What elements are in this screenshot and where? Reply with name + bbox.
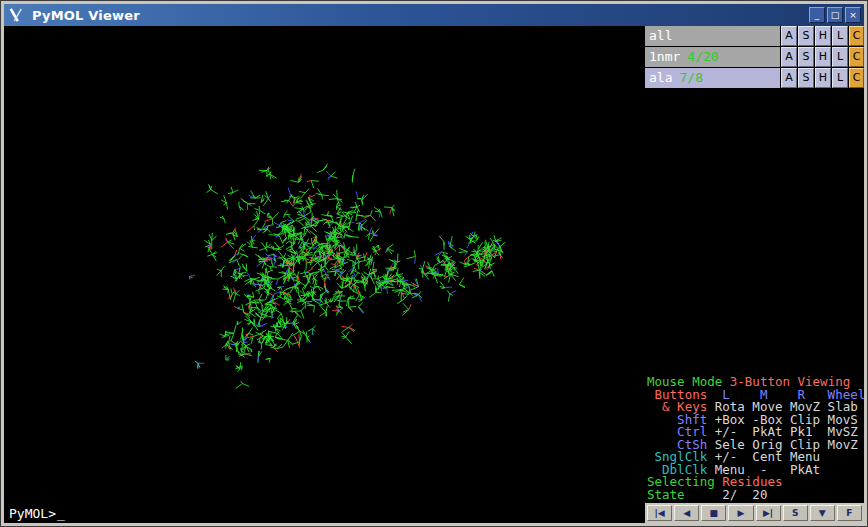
x11-logo-icon[interactable] [7, 7, 25, 23]
bottom-bar: PyMOL>_ |◀ ◀ ■ ▶ ▶| S ▼ F [4, 503, 864, 523]
minimize-button[interactable]: _ [809, 7, 825, 23]
object-row-1nmr: 1nmr 4/20 A S H L C [645, 47, 864, 67]
mouse-panel-text: State [647, 487, 692, 502]
window-controls: _ □ × [809, 7, 861, 23]
object-count: 4/20 [687, 49, 718, 67]
mouse-panel-line[interactable]: State 2/ 20 [647, 489, 864, 502]
pymol-window: PyMOL Viewer _ □ × all A S H L C [0, 0, 868, 527]
maximize-button[interactable]: □ [827, 7, 843, 23]
label-button[interactable]: L [832, 26, 848, 46]
x11-logo-glyph [9, 8, 23, 22]
play-button[interactable]: ▶ [728, 505, 753, 521]
forward-button[interactable]: ▶| [756, 505, 781, 521]
mouse-mode-panel: Mouse Mode 3-Button Viewing Buttons L M … [645, 374, 864, 503]
hide-button[interactable]: H [815, 47, 831, 67]
object-count: 7/8 [679, 70, 702, 88]
command-prompt: PyMOL> [9, 506, 56, 521]
scene-button[interactable]: S [783, 505, 808, 521]
stop-button[interactable]: ■ [701, 505, 726, 521]
action-button[interactable]: A [781, 26, 797, 46]
object-name-cell[interactable]: all [645, 26, 780, 46]
step-back-button[interactable]: ◀ [674, 505, 699, 521]
action-button[interactable]: A [781, 68, 797, 88]
molecule-render[interactable] [4, 26, 645, 503]
object-row-ala: ala 7/8 A S H L C [645, 68, 864, 88]
fullscreen-button[interactable]: F [837, 505, 862, 521]
show-button[interactable]: S [798, 68, 814, 88]
label-button[interactable]: L [832, 68, 848, 88]
show-button[interactable]: S [798, 47, 814, 67]
action-button[interactable]: A [781, 47, 797, 67]
titlebar[interactable]: PyMOL Viewer _ □ × [4, 4, 864, 26]
rewind-button[interactable]: |◀ [647, 505, 672, 521]
main-content: all A S H L C 1nmr 4/20 A S H L C [4, 26, 864, 503]
object-label: 1nmr [649, 49, 680, 67]
menu-arrow-button[interactable]: ▼ [810, 505, 835, 521]
text-cursor: _ [57, 506, 65, 521]
hide-button[interactable]: H [815, 26, 831, 46]
movie-controls: |◀ ◀ ■ ▶ ▶| S ▼ F [645, 503, 864, 523]
close-button[interactable]: × [845, 7, 861, 23]
hide-button[interactable]: H [815, 68, 831, 88]
color-button[interactable]: C [849, 68, 864, 88]
show-button[interactable]: S [798, 26, 814, 46]
object-label: ala [649, 70, 672, 88]
color-button[interactable]: C [849, 47, 864, 67]
object-name-cell[interactable]: 1nmr 4/20 [645, 47, 780, 67]
object-name-cell[interactable]: ala 7/8 [645, 68, 780, 88]
color-button[interactable]: C [849, 26, 864, 46]
command-line[interactable]: PyMOL>_ [4, 503, 645, 523]
object-row-all: all A S H L C [645, 26, 864, 46]
mouse-panel-text: 2/ 20 [692, 487, 767, 502]
window-title: PyMOL Viewer [32, 8, 140, 23]
label-button[interactable]: L [832, 47, 848, 67]
3d-viewport[interactable] [4, 26, 645, 503]
object-label: all [649, 28, 672, 46]
object-panel: all A S H L C 1nmr 4/20 A S H L C [645, 26, 864, 503]
